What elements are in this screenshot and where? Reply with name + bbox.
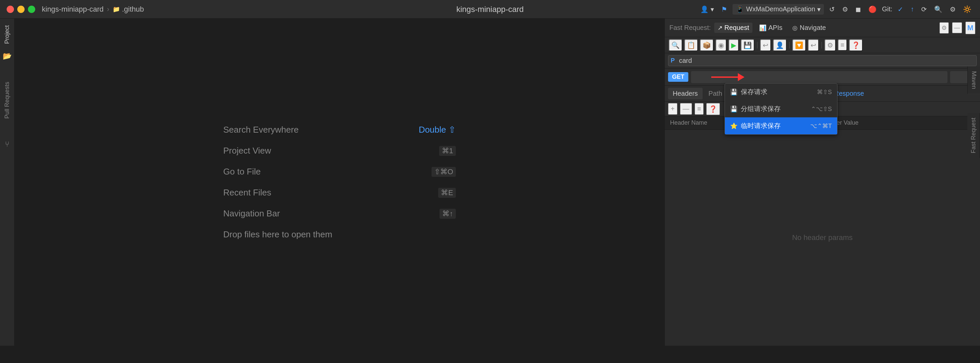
debug-btn[interactable]: 🔴 [866, 4, 879, 14]
fr-toolbar-sep2 [789, 42, 790, 49]
breadcrumb: kings-miniapp-card › 📁 .github [42, 5, 144, 14]
red-arrow-indicator [711, 73, 745, 81]
hint-drop-label: Drop files here to open them [223, 229, 456, 240]
dropdown-save-label: 保存请求 [741, 88, 767, 96]
maven-sidebar-tab[interactable]: Maven [967, 67, 980, 94]
window-title: kings-miniapp-card [457, 5, 524, 14]
center-content: Search Everywhere Double ⇧ Project View … [14, 19, 664, 346]
temp-shortcut: ⌥⌃⌘T [810, 122, 832, 130]
fr-tab-request-label: Request [724, 24, 749, 32]
sidebar-icon-git[interactable]: ⑂ [3, 138, 11, 151]
fr-header-label: Fast Request: [670, 24, 711, 32]
method-badge[interactable]: GET [668, 72, 688, 82]
git-commit-btn[interactable]: ✓ [896, 4, 905, 14]
dropdown-temp-save[interactable]: ⭐ 临时请求保存 ⌥⌃⌘T [725, 117, 837, 134]
hint-goto-label: Go to File [223, 167, 425, 177]
chevron-down-icon: ▾ [817, 5, 821, 13]
dropdown-temp-left: ⭐ 临时请求保存 [730, 121, 781, 130]
dropdown-group-label: 分组请求保存 [741, 104, 781, 113]
fr-settings-btn[interactable]: ⚙ [939, 22, 949, 33]
app-selector[interactable]: 📱 WxMaDemoApplication ▾ [732, 4, 824, 14]
fr-menu-tool[interactable]: ≡ [838, 39, 847, 51]
fr-remove-row-btn[interactable]: — [680, 103, 692, 115]
hint-nav-bar: Navigation Bar ⌘↑ [223, 209, 456, 219]
app-selector-icon: 📱 [736, 5, 744, 13]
git-history-btn[interactable]: ⟳ [919, 4, 929, 14]
fr-env-tool[interactable]: 📦 [700, 39, 714, 51]
refresh-btn[interactable]: ↺ [827, 4, 837, 14]
sidebar-tab-project[interactable]: Project [2, 22, 12, 47]
main-layout: Project 📂 Pull Requests ⑂ Search Everywh… [0, 19, 980, 346]
fr-filter-tool[interactable]: 🔽 [792, 39, 806, 51]
close-button[interactable] [6, 6, 14, 13]
hint-goto-file: Go to File ⇧⌘O [223, 167, 456, 177]
settings-btn[interactable]: ⚙ [948, 4, 958, 14]
minimize-button[interactable] [17, 6, 25, 13]
fr-copy-tool[interactable]: 📋 [684, 39, 698, 51]
search-btn[interactable]: 🔍 [932, 4, 945, 14]
hint-project-view: Project View ⌘1 [223, 146, 456, 156]
dropdown-temp-label: 临时请求保存 [741, 121, 781, 130]
fr-empty-message: No header params [792, 233, 853, 242]
traffic-lights [6, 6, 35, 13]
hint-drop-files: Drop files here to open them [223, 229, 456, 240]
save-dropdown-menu: 💾 保存请求 ⌘⇧S 💾 分组请求保存 ⌃⌥⇧S ⭐ 临时请求保存 [724, 83, 837, 135]
fast-request-panel: Fast Request: ↗ Request 📊 APIs ◎ Navigat… [664, 19, 980, 346]
title-bar: kings-miniapp-card › 📁 .github kings-min… [0, 0, 980, 19]
maximize-button[interactable] [28, 6, 35, 13]
sidebar-icon-folder[interactable]: 📂 [1, 50, 14, 62]
fr-settings2-tool[interactable]: ⚙ [824, 39, 836, 51]
search-prefix-icon: P [671, 57, 675, 64]
request-icon: ↗ [718, 24, 722, 32]
fr-help-row-btn[interactable]: ❓ [706, 103, 720, 115]
apis-icon: 📊 [759, 24, 767, 32]
fr-header: Fast Request: ↗ Request 📊 APIs ◎ Navigat… [665, 19, 980, 37]
vcs-btn[interactable]: ⚑ [719, 4, 729, 14]
hint-recent-label: Recent Files [223, 188, 431, 198]
fr-edit-btn[interactable]: ≡ [695, 103, 704, 115]
fr-help-tool[interactable]: ❓ [849, 39, 863, 51]
fr-minimize-btn[interactable]: — [952, 22, 962, 33]
fr-user-tool[interactable]: 👤 [773, 39, 787, 51]
fr-send-tool[interactable]: ▶ [729, 39, 739, 51]
fast-request-sidebar-tab[interactable]: Fast Request [967, 113, 980, 158]
fr-save-tool[interactable]: 💾 [741, 39, 754, 51]
git-label: Git: [882, 5, 892, 13]
fr-tab-headers[interactable]: Headers [668, 88, 703, 99]
fr-tab-navigate-label: Navigate [800, 24, 826, 32]
fr-undo-tool[interactable]: ↩ [760, 39, 771, 51]
navigate-icon: ◎ [792, 24, 798, 32]
github-label: .github [122, 5, 144, 14]
github-breadcrumb[interactable]: 📁 .github [113, 5, 144, 14]
temp-save-icon: ⭐ [730, 122, 738, 130]
build-btn[interactable]: ⚙ [840, 4, 850, 14]
dropdown-save-request[interactable]: 💾 保存请求 ⌘⇧S [725, 83, 837, 100]
project-breadcrumb[interactable]: kings-miniapp-card [42, 5, 103, 14]
title-toolbar: 👤 ▾ ⚑ 📱 WxMaDemoApplication ▾ ↺ ⚙ ◼ 🔴 Gi… [698, 4, 974, 14]
fr-search-input[interactable] [668, 55, 977, 66]
hint-project-shortcut: ⌘1 [439, 146, 456, 156]
hint-search-label: Search Everywhere [223, 125, 412, 135]
sidebar-tab-pull-requests[interactable]: Pull Requests [2, 78, 12, 122]
fr-add-row-btn[interactable]: + [668, 103, 677, 115]
fr-clear-tool[interactable]: ↩ [808, 39, 819, 51]
folder-icon: 📁 [113, 6, 120, 13]
left-sidebar: Project 📂 Pull Requests ⑂ [0, 19, 14, 346]
fr-tab-request[interactable]: ↗ Request [714, 22, 753, 33]
user-btn[interactable]: 👤 ▾ [698, 4, 716, 14]
dropdown-group-save[interactable]: 💾 分组请求保存 ⌃⌥⇧S [725, 100, 837, 117]
notification-btn[interactable]: 🔆 [961, 4, 974, 14]
hint-goto-shortcut: ⇧⌘O [431, 167, 456, 177]
fr-maven-label[interactable]: M [966, 22, 975, 34]
dropdown-group-left: 💾 分组请求保存 [730, 104, 781, 113]
hint-nav-label: Navigation Bar [223, 209, 433, 219]
fr-search-tool[interactable]: 🔍 [669, 39, 682, 51]
hint-search-everywhere: Search Everywhere Double ⇧ [223, 125, 456, 135]
breadcrumb-separator: › [107, 5, 109, 14]
git-push-btn[interactable]: ↑ [908, 4, 916, 14]
fr-tab-apis[interactable]: 📊 APIs [756, 22, 786, 33]
header-value-col: Header Value [822, 119, 975, 126]
run-btn[interactable]: ◼ [853, 4, 863, 14]
fr-tab-navigate[interactable]: ◎ Navigate [789, 22, 829, 33]
fr-circle-tool[interactable]: ◉ [716, 39, 727, 51]
